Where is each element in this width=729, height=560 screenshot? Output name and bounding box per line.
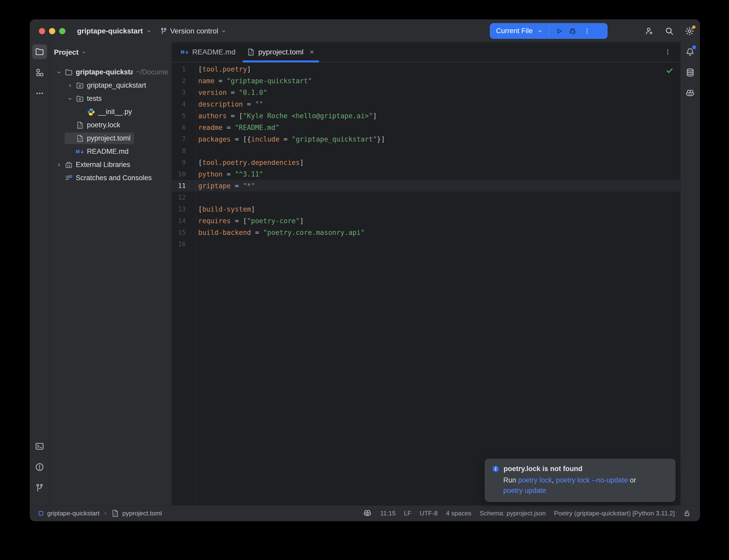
editor-area[interactable]: 1[tool.poetry]2name = "griptape-quicksta… — [172, 62, 680, 505]
more-actions-icon[interactable] — [583, 27, 591, 35]
code-token: [ — [198, 65, 202, 73]
tree-item-label: __init__.py — [98, 108, 132, 116]
code-token: packages — [198, 135, 231, 143]
close-window-button[interactable] — [39, 28, 45, 34]
code-line-8[interactable]: 8 — [172, 145, 680, 157]
code-token: ] — [300, 217, 304, 225]
code-token: }] — [377, 135, 385, 143]
tab-readme-md[interactable]: MREADME.md — [175, 42, 241, 62]
code-token: "Kyle Roche <hello@griptape.ai>" — [243, 112, 373, 120]
right-tool-stripe — [680, 42, 700, 505]
code-token: griptape — [198, 182, 231, 190]
chevron-down-icon — [146, 28, 152, 34]
status-widget[interactable]: LF — [400, 510, 416, 517]
tree-item-tests[interactable]: tests — [49, 92, 172, 105]
code-token: [ — [239, 112, 243, 120]
line-number: 9 — [172, 159, 196, 166]
tab-pyproject-toml[interactable]: [T]pyproject.toml — [241, 42, 320, 62]
code-token: description — [198, 100, 243, 108]
code-content[interactable]: 1[tool.poetry]2name = "griptape-quicksta… — [172, 62, 680, 250]
chevron-down-icon[interactable] — [65, 96, 75, 102]
left-tool-stripe — [30, 42, 49, 505]
git-branch-icon — [160, 27, 168, 35]
status-widget[interactable]: 4 spaces — [442, 510, 476, 517]
code-line-2[interactable]: 2name = "griptape-quickstart" — [172, 75, 680, 87]
minimize-window-button[interactable] — [49, 28, 55, 34]
tree-item-griptape-quickstart[interactable]: griptape_quickstart — [49, 79, 172, 92]
tree-item-external-libraries[interactable]: External Libraries — [49, 158, 172, 171]
code-line-15[interactable]: 15build-backend = "poetry.core.masonry.a… — [172, 227, 680, 238]
code-line-12[interactable]: 12 — [172, 192, 680, 203]
code-line-6[interactable]: 6readme = "README.md" — [172, 122, 680, 133]
project-switcher[interactable]: griptape-quickstart — [77, 20, 152, 42]
chevron-down-icon[interactable] — [537, 28, 543, 34]
code-line-3[interactable]: 3version = "0.1.0" — [172, 87, 680, 98]
code-line-9[interactable]: 9[tool.poetry.dependencies] — [172, 157, 680, 168]
run-config-selector[interactable]: Current File — [496, 27, 533, 35]
code-line-7[interactable]: 7packages = [{include = "griptape_quicks… — [172, 133, 680, 145]
status-widget[interactable]: Schema: pyproject.json — [476, 510, 550, 517]
add-user-button[interactable] — [639, 20, 659, 42]
structure-tool-button[interactable] — [32, 65, 47, 80]
version-control-tool-button[interactable] — [32, 480, 47, 495]
line-number: 15 — [172, 229, 196, 236]
status-widget[interactable]: UTF-8 — [416, 510, 442, 517]
tree-item--init-py[interactable]: __init__.py — [49, 105, 172, 118]
chevron-right-icon[interactable] — [65, 83, 75, 88]
code-line-16[interactable]: 16 — [172, 238, 680, 250]
tree-item-pyproject-toml[interactable]: [T]pyproject.toml — [49, 132, 172, 145]
terminal-tool-button[interactable] — [32, 439, 47, 454]
code-token: build-system — [202, 205, 251, 213]
code-line-13[interactable]: 13[build-system] — [172, 203, 680, 215]
search-everywhere-button[interactable] — [659, 20, 679, 42]
more-tools-button[interactable] — [32, 86, 47, 101]
status-widget[interactable]: 11:15 — [376, 510, 400, 517]
code-line-14[interactable]: 14requires = ["poetry-core"] — [172, 215, 680, 227]
code-text: build-backend = "poetry.core.masonry.api… — [196, 229, 365, 236]
database-tool-button[interactable] — [683, 65, 698, 80]
status-widget[interactable]: Poetry (griptape-quickstart) [Python 3.1… — [550, 510, 679, 517]
breadcrumb-item[interactable]: griptape-quickstart — [47, 510, 100, 517]
notifications-tool-button[interactable] — [683, 44, 698, 59]
project-panel-header[interactable]: Project — [49, 42, 172, 62]
chevron-down-icon[interactable] — [53, 69, 64, 75]
tree-item-label: README.md — [87, 148, 129, 156]
run-button-icon[interactable] — [555, 27, 564, 36]
code-line-1[interactable]: 1[tool.poetry] — [172, 63, 680, 75]
settings-button[interactable] — [679, 20, 700, 42]
notification-link[interactable]: poetry update — [503, 487, 546, 494]
code-text: description = "" — [196, 100, 263, 108]
lock-open-icon[interactable] — [679, 509, 695, 517]
traffic-lights — [39, 20, 65, 42]
notification-link[interactable]: poetry lock --no-update — [556, 476, 628, 484]
inspections-ok-check-icon[interactable] — [666, 67, 674, 74]
more-icon — [35, 89, 44, 98]
close-tab-icon[interactable] — [309, 49, 315, 55]
chevron-down-icon — [81, 50, 86, 55]
code-token: = — [222, 124, 235, 131]
line-number: 12 — [172, 194, 196, 201]
folder-source-icon — [75, 81, 84, 90]
notification-link[interactable]: poetry lock — [518, 476, 552, 484]
code-token: = — [243, 100, 255, 108]
tree-item-poetry-lock[interactable]: [T]poetry.lock — [49, 118, 172, 132]
code-line-11[interactable]: 11griptape = "*" — [172, 180, 680, 192]
notifications-badge-dot — [692, 45, 696, 49]
code-line-5[interactable]: 5authors = ["Kyle Roche <hello@griptape.… — [172, 110, 680, 122]
ai-assistant-tool-button[interactable] — [683, 86, 698, 101]
chevron-right-icon[interactable] — [53, 162, 64, 168]
debug-button-icon[interactable] — [568, 27, 577, 36]
tree-item-scratches-and-consoles[interactable]: Scratches and Consoles — [49, 171, 172, 185]
code-line-4[interactable]: 4description = "" — [172, 98, 680, 110]
tree-item-griptape-quickstart[interactable]: griptape-quickstart~/Docume — [49, 66, 172, 79]
tab-options-icon[interactable] — [664, 48, 671, 56]
tree-item-readme-md[interactable]: MREADME.md — [49, 145, 172, 158]
vcs-widget[interactable]: Version control — [160, 20, 226, 42]
editor-column: MREADME.md[T]pyproject.toml 1[tool.poetr… — [172, 42, 680, 505]
zoom-window-button[interactable] — [59, 28, 65, 34]
breadcrumb-item[interactable]: pyproject.toml — [122, 510, 162, 517]
project-tool-button[interactable] — [32, 44, 47, 59]
svg-text:M: M — [180, 50, 184, 55]
problems-tool-button[interactable] — [32, 460, 47, 474]
code-line-10[interactable]: 10python = "^3.11" — [172, 168, 680, 180]
